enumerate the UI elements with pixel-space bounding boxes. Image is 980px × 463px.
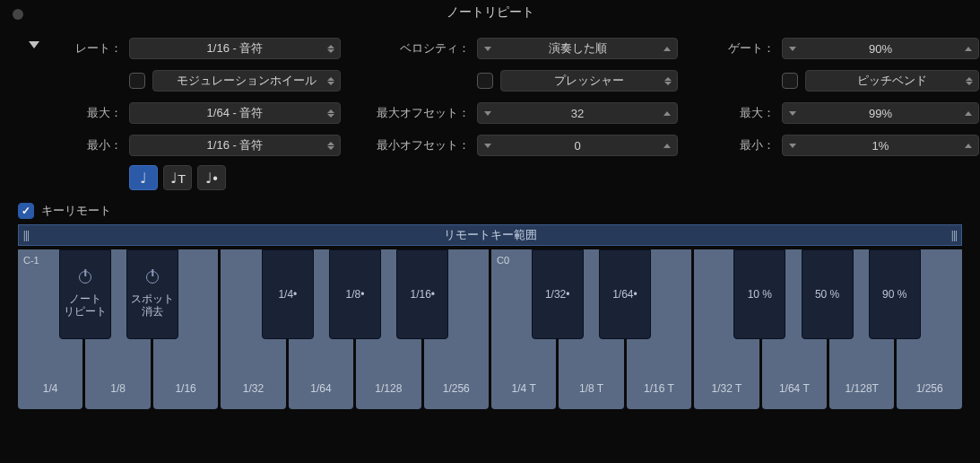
key-remote-checkbox[interactable] (18, 203, 34, 219)
rate-min-label: 最小： (54, 137, 122, 153)
power-icon (79, 271, 91, 284)
vmin-dec[interactable] (478, 135, 498, 155)
range-label: リモートキー範囲 (444, 227, 537, 243)
velocity-label: ベロシティ： (355, 40, 470, 57)
black-key-label: 1/8• (346, 288, 365, 301)
black-key-label: 1/32• (545, 288, 570, 301)
white-key-label: 1/16 (175, 382, 195, 395)
black-key[interactable]: スポット 消去 (126, 249, 178, 339)
velocity-max-value: 32 (571, 107, 584, 120)
gmin-inc[interactable] (958, 135, 978, 155)
white-key-label: 1/4 T (512, 382, 536, 395)
rate-mod-checkbox[interactable] (129, 73, 145, 89)
black-key[interactable]: 1/64• (599, 249, 651, 339)
gate-min-stepper[interactable]: 1% (782, 135, 979, 156)
velocity-min-stepper[interactable]: 0 (477, 135, 678, 156)
note-mode-dotted[interactable]: ♩• (197, 165, 226, 190)
white-key-label: 1/64 T (779, 382, 810, 395)
velocity-mod-checkbox[interactable] (477, 73, 493, 89)
updown-icon (327, 45, 334, 53)
gate-mod-label: ピッチベンド (857, 73, 927, 89)
white-key-label: 1/32 (243, 382, 264, 395)
note-mode-normal[interactable]: ♩ (129, 165, 158, 190)
velocity-min-value: 0 (574, 139, 580, 153)
velocity-dec[interactable] (478, 39, 498, 58)
black-key-label: 10 % (748, 288, 772, 301)
black-key[interactable]: 1/32• (532, 249, 584, 339)
vmin-inc[interactable] (657, 135, 677, 155)
updown-icon (327, 109, 334, 118)
rate-min-value: 1/16 - 音符 (207, 137, 264, 153)
keyboard: 1/4C-11/81/161/321/641/1281/2561/4 TC01/… (18, 249, 962, 409)
gate-min-label: 最小： (692, 137, 775, 153)
black-key-label: スポット 消去 (131, 293, 174, 319)
velocity-mod-dropdown[interactable]: プレッシャー (500, 70, 678, 92)
updown-icon (966, 77, 973, 85)
gate-max-stepper[interactable]: 99% (782, 102, 979, 124)
updown-icon (664, 77, 672, 85)
black-key-label: 90 % (882, 288, 906, 301)
key-remote-label: キーリモート (41, 203, 111, 219)
gmax-inc[interactable] (958, 103, 978, 123)
gate-value: 90% (869, 42, 892, 56)
gate-mod-dropdown[interactable]: ピッチベンド (805, 70, 979, 92)
black-key-label: 1/64• (612, 288, 637, 301)
black-key[interactable]: 50 % (802, 249, 854, 339)
window-title: ノートリピート (447, 4, 534, 21)
white-key-label: 1/128T (846, 382, 879, 395)
gmax-dec[interactable] (783, 103, 802, 123)
white-key-label: 1/16 T (644, 382, 674, 395)
white-key-label: 1/128 (375, 382, 402, 395)
velocity-max-stepper[interactable]: 32 (477, 102, 678, 124)
black-key[interactable]: 1/8• (329, 249, 381, 339)
power-icon (146, 271, 159, 284)
black-key[interactable]: 1/16• (396, 249, 448, 339)
velocity-mod-label: プレッシャー (554, 73, 624, 89)
vmax-inc[interactable] (657, 103, 677, 123)
range-handle-right[interactable]: ||| (947, 225, 961, 245)
gate-mod-checkbox[interactable] (782, 73, 798, 89)
range-handle-left[interactable]: ||| (19, 225, 33, 245)
black-key-label: ノート リピート (64, 293, 107, 319)
rate-max-label: 最大： (54, 105, 122, 121)
velocity-dropdown[interactable]: 演奏した順 (477, 38, 678, 59)
white-key-label: 1/8 (110, 382, 126, 395)
white-key-label: 1/64 (310, 382, 331, 395)
gate-min-value: 1% (872, 139, 889, 153)
white-key-label: 1/4 (43, 382, 58, 395)
black-key[interactable]: ノート リピート (59, 249, 111, 339)
note-label: C0 (497, 255, 509, 266)
remote-key-range-bar[interactable]: ||| リモートキー範囲 ||| (18, 224, 962, 246)
rate-value: 1/16 - 音符 (207, 40, 264, 57)
rate-mod-dropdown[interactable]: モジュレーションホイール (152, 70, 341, 92)
note-label: C-1 (23, 255, 39, 266)
rate-dropdown[interactable]: 1/16 - 音符 (129, 38, 341, 59)
updown-icon (327, 77, 334, 85)
rate-max-dropdown[interactable]: 1/64 - 音符 (129, 102, 341, 124)
gate-dec[interactable] (783, 39, 802, 58)
rate-min-dropdown[interactable]: 1/16 - 音符 (129, 135, 341, 156)
gate-max-label: 最大： (692, 105, 775, 121)
black-key-label: 1/4• (278, 288, 297, 301)
velocity-value: 演奏した順 (549, 40, 607, 57)
velocity-inc[interactable] (657, 39, 677, 58)
close-button[interactable] (13, 9, 23, 20)
rate-mod-label: モジュレーションホイール (177, 73, 317, 89)
black-key-label: 50 % (815, 288, 839, 301)
gmin-dec[interactable] (783, 135, 802, 155)
black-key[interactable]: 10 % (733, 249, 785, 339)
black-key[interactable]: 1/4• (262, 249, 314, 339)
note-mode-triplet[interactable]: ♩ᴛ (163, 165, 192, 190)
white-key-label: 1/256 (916, 382, 943, 395)
black-key-label: 1/16• (411, 288, 436, 301)
velocity-max-label: 最大オフセット： (355, 105, 470, 121)
rate-label: レート： (54, 40, 122, 57)
gate-label: ゲート： (692, 40, 775, 57)
vmax-dec[interactable] (478, 103, 498, 123)
gate-max-value: 99% (869, 107, 892, 120)
gate-inc[interactable] (958, 39, 978, 58)
white-key-label: 1/32 T (712, 382, 742, 395)
gate-stepper[interactable]: 90% (782, 38, 979, 59)
black-key[interactable]: 90 % (869, 249, 921, 339)
disclosure-triangle[interactable] (29, 41, 39, 48)
